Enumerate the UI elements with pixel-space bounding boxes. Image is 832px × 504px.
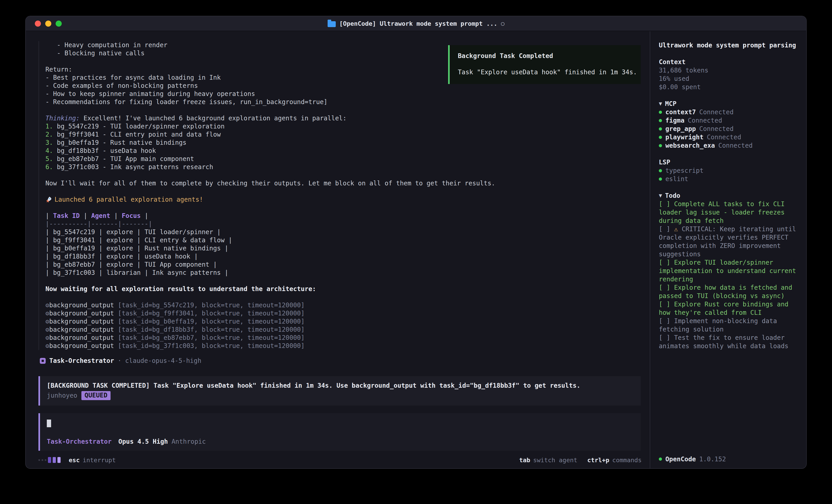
- terminal-line: ⚙background_output [task_id=bg_eb87ebb7,…: [46, 334, 642, 342]
- context-stat: $0.00 spent: [659, 83, 798, 91]
- provider-label: Anthropic: [172, 438, 206, 446]
- mcp-server-name: grep_app: [666, 124, 696, 133]
- connected-status-dot-icon: [659, 111, 662, 114]
- mcp-server-item: context7 Connected: [659, 108, 798, 116]
- titlebar[interactable]: [OpenCode] Ultrawork mode system prompt …: [26, 16, 806, 31]
- sidebar-footer: OpenCode 1.0.152: [659, 450, 798, 468]
- queued-badge: QUEUED: [81, 391, 110, 400]
- todo-item: [ ] Explore how data is fetched and pass…: [659, 283, 798, 300]
- message-author: junhoyeo: [47, 392, 77, 400]
- rocket-icon: [46, 196, 54, 203]
- todo-item: [ ] Test the fix to ensure loader animat…: [659, 334, 798, 350]
- esc-hint: esc interrupt: [69, 456, 116, 464]
- commands-hint: ctrl+p commands: [587, 456, 642, 464]
- terminal-line: 1. bg_5547c219 - TUI loader/spinner expl…: [46, 122, 642, 131]
- terminal-line: 5. bg_eb87ebb7 - TUI App main component: [46, 155, 642, 163]
- terminal-line: Now I'll wait for all of them to complet…: [46, 179, 642, 188]
- terminal-line: | bg_f9ff3041 | explore | CLI entry & da…: [46, 236, 642, 244]
- context-stats: 31,686 tokens16% used$0.00 spent: [659, 66, 798, 91]
- lsp-server-name: eslint: [666, 175, 688, 183]
- background-task-message: [BACKGROUND TASK COMPLETED] Task "Explor…: [38, 376, 641, 405]
- terminal-line: - How to keep spinner animating during h…: [46, 90, 642, 98]
- zoom-window-button[interactable]: [56, 21, 62, 27]
- window-controls: [35, 21, 62, 27]
- terminal-line: 4. bg_df18bb3f - useData hook: [46, 147, 642, 155]
- connected-status-dot-icon: [659, 136, 662, 139]
- mcp-server-status: Connected: [707, 133, 742, 141]
- terminal-line: |----------|-------|-------|: [46, 220, 642, 228]
- terminal-line: [46, 277, 642, 285]
- terminal-line: 3. bg_b0effa19 - Rust native bindings: [46, 139, 642, 147]
- esc-action-label: interrupt: [83, 456, 116, 464]
- opencode-window: [OpenCode] Ultrawork mode system prompt …: [25, 16, 807, 469]
- terminal-line: [46, 204, 642, 212]
- terminal-line: | bg_df18bb3f | explore | useData hook |: [46, 252, 642, 260]
- mcp-server-name: websearch_exa: [666, 141, 715, 150]
- agent-icon: [40, 358, 46, 364]
- prompt-cursor-line[interactable]: [47, 419, 634, 427]
- terminal-line: ⚙background_output [task_id=bg_f9ff3041,…: [46, 309, 642, 317]
- connected-status-dot-icon: [659, 177, 662, 180]
- prompt-input[interactable]: Task-Orchestrator Opus 4.5 High Anthropi…: [38, 413, 641, 451]
- terminal-line: | bg_b0effa19 | explore | Rust native bi…: [46, 244, 642, 252]
- window-title: [OpenCode] Ultrawork mode system prompt …: [328, 20, 504, 27]
- minimize-window-button[interactable]: [45, 21, 51, 27]
- tab-action-label: switch agent: [533, 456, 577, 464]
- mcp-heading-label: MCP: [665, 100, 676, 108]
- todo-list: [ ] Complete ALL tasks to fix CLI loader…: [659, 200, 798, 350]
- agent-model: claude-opus-4-5-high: [125, 357, 201, 365]
- agent-name: Task-Orchestrator: [49, 357, 114, 365]
- text-cursor: [47, 420, 51, 427]
- todo-section: ▼ Todo [ ] Complete ALL tasks to fix CLI…: [659, 192, 798, 350]
- mcp-server-item: playwright Connected: [659, 133, 798, 141]
- tab-hint: tab switch agent: [519, 456, 577, 464]
- connected-status-dot-icon: [659, 144, 662, 147]
- terminal-line: ⚙background_output [task_id=bg_b0effa19,…: [46, 317, 642, 326]
- assistant-message: - Heavy computation in render - Blocking…: [38, 41, 642, 350]
- status-bar: esc interrupt tab switch agent ctrl+p co…: [38, 451, 642, 468]
- terminal-line: | bg_eb87ebb7 | explore | TUI App compon…: [46, 260, 642, 269]
- folder-icon: [328, 21, 336, 27]
- terminal-line: ⚙background_output [task_id=bg_5547c219,…: [46, 301, 642, 309]
- terminal-line: [46, 106, 642, 114]
- conversation-pane: Background Task Completed Task "Explore …: [26, 31, 650, 468]
- todo-heading[interactable]: ▼ Todo: [659, 192, 798, 200]
- terminal-line: - Recommendations for fixing loader free…: [46, 98, 642, 106]
- todo-item: [ ] Implement non-blocking data fetching…: [659, 317, 798, 334]
- terminal-line: [46, 188, 642, 196]
- background-task-notification: Background Task Completed Task "Explore …: [448, 45, 641, 84]
- mcp-server-item: figma Connected: [659, 116, 798, 124]
- todo-item: [ ] Explore Rust core bindings and how t…: [659, 300, 798, 317]
- terminal-line: Now waiting for all exploration results …: [46, 285, 642, 293]
- background-task-message-text: [BACKGROUND TASK COMPLETED] Task "Explor…: [47, 382, 634, 390]
- terminal-line: 2. bg_f9ff3041 - CLI entry point and dat…: [46, 131, 642, 139]
- mcp-heading[interactable]: ▼ MCP: [659, 100, 798, 108]
- sidebar: Ultrawork mode system prompt parsing Con…: [650, 31, 806, 468]
- terminal-line: | bg_37f1c003 | librarian | Ink async pa…: [46, 269, 642, 277]
- lsp-section: LSP typescript eslint: [659, 158, 798, 183]
- assistant-text-bottom: | Task ID | Agent | Focus ||----------|-…: [46, 212, 642, 350]
- todo-heading-label: Todo: [665, 192, 680, 200]
- terminal-line: ⚙background_output [task_id=bg_df18bb3f,…: [46, 326, 642, 334]
- terminal-line: | bg_5547c219 | explore | TUI loader/spi…: [46, 228, 642, 236]
- tab-key-label: tab: [519, 456, 530, 464]
- mcp-server-status: Connected: [699, 108, 734, 116]
- context-heading: Context: [659, 58, 798, 66]
- separator-dot: ·: [118, 357, 122, 365]
- ctrlp-key-label: ctrl+p: [587, 456, 609, 464]
- terminal-line: [46, 171, 642, 179]
- mcp-server-name: playwright: [666, 133, 704, 141]
- todo-item: [ ] ⚠ CRITICAL: Keep iterating until Ora…: [659, 225, 798, 258]
- lsp-server-item: typescript: [659, 166, 798, 175]
- ctrlp-action-label: commands: [612, 456, 642, 464]
- active-agent-label: Task-Orchestrator: [47, 438, 112, 446]
- mcp-server-status: Connected: [688, 116, 722, 124]
- lsp-server-name: typescript: [666, 166, 704, 175]
- mcp-server-name: context7: [666, 108, 696, 116]
- lsp-server-item: eslint: [659, 175, 798, 183]
- modified-status-icon: ○: [501, 20, 504, 27]
- mcp-server-status: Connected: [718, 141, 753, 150]
- chevron-down-icon: ▼: [659, 192, 662, 200]
- progress-meter: [38, 457, 60, 463]
- close-window-button[interactable]: [35, 21, 41, 27]
